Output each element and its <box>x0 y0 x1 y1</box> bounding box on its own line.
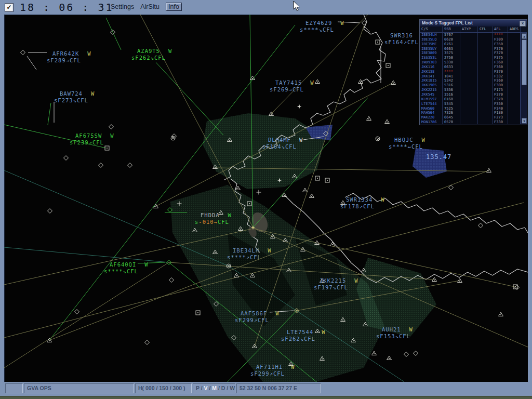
fpl-row[interactable]: IBE35LQ0620F309 <box>420 37 521 42</box>
waypoint-flag: W <box>291 364 295 370</box>
aircraft-label-af640qi[interactable]: AF640QIWs****↘CFL <box>104 261 149 275</box>
scrollbar-thumb[interactable] <box>522 39 527 85</box>
fpl-column-header[interactable]: CFL <box>478 26 493 32</box>
label-line2: sF273↘CFL <box>54 97 95 104</box>
fpl-row[interactable]: IWD93035330F360 <box>420 60 521 65</box>
fpl-cell-cfl <box>478 97 493 102</box>
fpl-row[interactable]: JKK1160633F360 <box>420 65 521 70</box>
aircraft-label-fhdda[interactable]: FHDDAWs-010→CFL <box>195 212 232 225</box>
aircraft-label-auh21[interactable]: AUH21WsF153↘CFL <box>376 326 413 340</box>
fpl-column-header[interactable]: ATYP <box>460 26 478 32</box>
callsign[interactable]: AF675SW <box>75 132 102 139</box>
fpl-row[interactable]: ISS353L2750F375 <box>420 56 521 60</box>
callsign[interactable]: AF640QI <box>110 261 136 268</box>
menu-info[interactable]: Info <box>166 3 182 11</box>
aircraft-label-dlh4mf[interactable]: DLH4MFWsF164↘CFL <box>262 137 303 150</box>
aircraft-label-swr316[interactable]: SWR316sF164↗CFL <box>384 32 419 46</box>
callsign[interactable]: AAF586F <box>241 310 267 316</box>
fpl-cell-cs: JKK141 <box>420 74 443 79</box>
fpl-row[interactable]: IBE35UY6663F370 <box>420 47 521 51</box>
fpl-cell-atyp <box>460 37 478 42</box>
fpl-list-window[interactable]: Mode S Tagged FPL List x C/SSSRATYPCFLAF… <box>419 19 527 125</box>
fpl-cell-cs: JKK138 <box>420 70 443 74</box>
fpl-row[interactable]: KLM15970160F370 <box>420 97 521 102</box>
fpl-cell-ades <box>508 37 521 42</box>
fpl-cell-ssr: 5345 <box>443 102 460 107</box>
fpl-scrollbar[interactable]: ▲ ▼ <box>521 33 527 124</box>
fpl-cell-cfl <box>478 107 493 111</box>
fpl-cell-atyp <box>460 92 478 97</box>
fpl-row[interactable]: JKK19055316F300 <box>420 83 521 88</box>
fpl-row[interactable]: MAK2206645F273 <box>420 115 521 120</box>
callsign[interactable]: SWR316 <box>390 32 413 38</box>
fpl-cell-ades <box>508 74 521 79</box>
fpl-cell-ssr: 0620 <box>443 37 460 42</box>
callsign[interactable]: LTE7544 <box>287 329 313 335</box>
waypoint-flag: W <box>168 48 172 54</box>
menu-bar: Settings AirSitu Info <box>111 3 182 11</box>
fpl-cell-cs: JKK116 <box>420 65 443 70</box>
aircraft-label-af711hi[interactable]: AF711HIWsF299↗CFL <box>250 364 295 377</box>
callsign[interactable]: HBQJC <box>394 137 414 143</box>
aircraft-label-afr642k[interactable]: AFR642KWsF289→CFL <box>47 50 91 64</box>
fpl-column-header[interactable]: SSR <box>443 26 460 32</box>
aircraft-label-baw724[interactable]: BAW724WsF273↘CFL <box>54 90 95 104</box>
fpl-row[interactable]: IBE35ME6761F350 <box>420 42 521 47</box>
fpl-column-header[interactable]: C/S <box>420 26 443 32</box>
scroll-up-icon[interactable]: ▲ <box>522 33 527 39</box>
fpl-row[interactable]: MAH5647326F180 <box>420 111 521 115</box>
callsign[interactable]: JKK2215 <box>320 277 346 284</box>
fpl-cell-ades <box>508 107 521 111</box>
aircraft-label-af675sw[interactable]: AF675SWWsF239↗CFL <box>70 132 114 146</box>
menu-settings[interactable]: Settings <box>111 3 134 11</box>
callsign[interactable]: AZA9T5 <box>137 48 160 54</box>
aircraft-label-jkk2215[interactable]: JKK2215WsF197↘CFL <box>314 277 358 291</box>
fpl-window-titlebar[interactable]: Mode S Tagged FPL List x <box>420 20 527 26</box>
fpl-cell-afl: F273 <box>493 115 508 120</box>
fpl-row[interactable]: IBE34LH5767**** <box>420 33 521 37</box>
fpl-column-header[interactable]: AFL <box>493 26 508 32</box>
callsign[interactable]: EZY4629 <box>305 20 332 26</box>
fpl-row[interactable]: MAH5607525F340 <box>420 107 521 111</box>
fpl-row[interactable]: JKK18155342F360 <box>420 78 521 83</box>
fpl-cell-afl: F309 <box>493 37 508 42</box>
display-toggle-checkbox[interactable]: ✓ <box>5 3 14 12</box>
aircraft-label-ibe34lh[interactable]: IBE34LHWs****↗CFL <box>227 247 272 261</box>
fpl-cell-cfl <box>478 92 493 97</box>
fpl-row[interactable]: LTE75445345F350 <box>420 102 521 107</box>
fpl-row[interactable]: MON17860570F330 <box>420 120 521 124</box>
fpl-cell-cs: ISS353L <box>420 56 443 60</box>
fpl-row[interactable]: JKK1411041F332 <box>420 74 521 79</box>
callsign[interactable]: BAW724 <box>60 90 83 97</box>
aircraft-label-aza9t5[interactable]: AZA9T5WsF262↘CFL <box>131 48 172 61</box>
callsign[interactable]: AUH21 <box>382 326 401 332</box>
close-icon[interactable]: x <box>520 21 526 26</box>
fpl-column-header[interactable]: ADES <box>508 26 521 32</box>
callsign[interactable]: AF711HI <box>256 364 283 370</box>
aircraft-label-swr1334[interactable]: SWR1334WsF178↗CFL <box>340 196 385 210</box>
callsign[interactable]: FHDDA <box>201 212 220 218</box>
callsign[interactable]: IBE34LH <box>233 247 259 254</box>
aircraft-label-aaf586f[interactable]: AAF586FWsF299↗CFL <box>235 310 280 324</box>
fpl-cell-ssr: 0633 <box>443 65 460 70</box>
fpl-window-title: Mode S Tagged FPL List <box>422 20 473 25</box>
fpl-cell-ades <box>508 111 521 115</box>
menu-airsitu[interactable]: AirSitu <box>140 3 159 11</box>
callsign[interactable]: DLH4MF <box>268 137 291 143</box>
callsign[interactable]: SWR1334 <box>346 196 373 203</box>
waypoint-flag: W <box>322 329 325 335</box>
aircraft-label-ezy4629[interactable]: EZY4629Ws****↘CFL <box>300 20 344 33</box>
callsign[interactable]: AFR642K <box>52 50 79 57</box>
fpl-row[interactable]: JKK138****F370 <box>420 70 521 74</box>
fpl-cell-cfl <box>478 51 493 56</box>
callsign[interactable]: TAY7415 <box>275 79 302 86</box>
aircraft-label-hbqjc[interactable]: HBQJCWs****↔CFL <box>389 137 425 150</box>
fpl-cell-cs: IBE35LQ <box>420 37 443 42</box>
fpl-cell-ssr: 7326 <box>443 111 460 115</box>
fpl-row[interactable]: JKK22155356F175 <box>420 88 521 92</box>
fpl-row[interactable]: JKK5453516F370 <box>420 92 521 97</box>
fpl-row[interactable]: IBE38093575F370 <box>420 51 521 56</box>
aircraft-label-lte7544[interactable]: LTE7544WsF262↘CFL <box>281 329 326 342</box>
scroll-down-icon[interactable]: ▼ <box>522 118 527 124</box>
aircraft-label-tay7415[interactable]: TAY7415WsF269→CFL <box>270 79 314 93</box>
